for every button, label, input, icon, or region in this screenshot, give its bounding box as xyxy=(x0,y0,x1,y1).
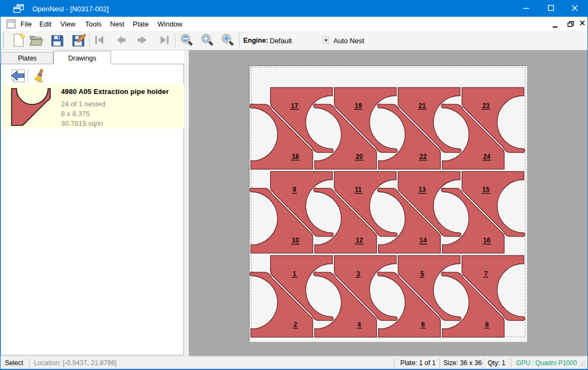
svg-text:4: 4 xyxy=(358,321,361,328)
svg-text:13: 13 xyxy=(419,186,426,193)
svg-text:9: 9 xyxy=(293,186,297,193)
svg-text:21: 21 xyxy=(419,102,426,110)
svg-text:14: 14 xyxy=(420,237,427,244)
svg-text:7: 7 xyxy=(484,270,488,278)
svg-text:2: 2 xyxy=(293,321,297,328)
svg-text:19: 19 xyxy=(355,102,363,110)
svg-text:3: 3 xyxy=(357,270,360,278)
svg-text:15: 15 xyxy=(482,186,490,193)
svg-text:8: 8 xyxy=(485,321,489,328)
svg-text:16: 16 xyxy=(483,237,491,244)
svg-text:24: 24 xyxy=(483,153,491,160)
svg-text:6: 6 xyxy=(421,321,425,328)
svg-text:17: 17 xyxy=(291,102,298,110)
svg-text:20: 20 xyxy=(355,153,363,160)
svg-text:23: 23 xyxy=(482,102,490,110)
svg-text:1: 1 xyxy=(293,270,297,278)
svg-text:22: 22 xyxy=(420,153,427,160)
svg-text:5: 5 xyxy=(420,270,424,278)
svg-text:11: 11 xyxy=(355,186,362,193)
svg-text:10: 10 xyxy=(292,237,299,244)
svg-text:12: 12 xyxy=(355,237,363,244)
svg-text:18: 18 xyxy=(292,153,299,160)
